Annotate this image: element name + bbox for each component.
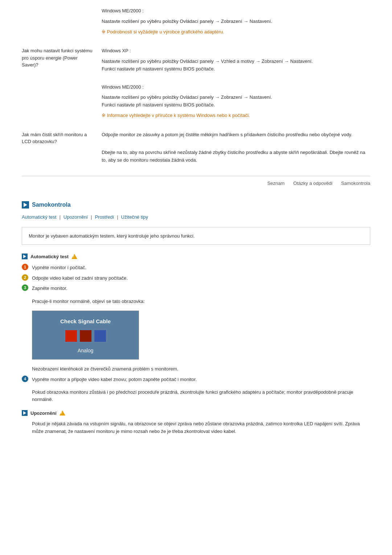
nav-seznam[interactable]: Seznam bbox=[267, 181, 285, 186]
nav-otazky[interactable]: Otázky a odpovědi bbox=[293, 181, 332, 186]
windows-me-header-top: Windows ME/2000 : bbox=[102, 7, 370, 15]
signal-cable-box: Check Signal Cable Analog bbox=[32, 311, 139, 360]
upozorneni-icon-inner bbox=[23, 411, 26, 415]
subnav-automaticky-test[interactable]: Automatický test bbox=[22, 214, 56, 220]
step-2: 2 Odpojte video kabel od zadní strany po… bbox=[22, 274, 370, 282]
automaticky-test-warning-icon bbox=[72, 254, 77, 259]
step4-subtext: Pokud obrazovka monitoru zůstává i po př… bbox=[32, 389, 370, 403]
nav-samokontrola[interactable]: Samokontrola bbox=[341, 181, 370, 186]
clean-text-2: Dbejte na to, aby na povrchu skříně nezů… bbox=[102, 149, 370, 164]
upozorneni-icon bbox=[22, 410, 28, 416]
info-box: Monitor je vybaven automatickým testem, … bbox=[22, 227, 370, 245]
step-1-number: 1 bbox=[22, 264, 28, 270]
section-play-icon-inner bbox=[24, 203, 27, 207]
automaticky-test-icon bbox=[22, 254, 28, 259]
xp-os-label: Windows XP : bbox=[102, 47, 370, 55]
nav-bar: Seznam Otázky a odpovědi Samokontrola bbox=[22, 176, 370, 190]
upozorneni-header: Upozornění bbox=[22, 410, 370, 416]
faq-question-power-saver: Jak mohu nastavit funkci systému pro úsp… bbox=[22, 47, 94, 122]
signal-squares bbox=[38, 330, 133, 342]
faq-answer-clean: Odpojte monitor ze zásuvky a potom jej č… bbox=[102, 131, 370, 167]
step4-note: Nezobrazení kteréhokoli ze čtverečků zna… bbox=[32, 365, 370, 373]
subnav-sep-2: | bbox=[91, 214, 92, 220]
signal-square-red bbox=[65, 330, 77, 342]
step-4-number: 4 bbox=[22, 376, 28, 382]
windows-me-text-top: Nastavte rozlišení po výběru položky Ovl… bbox=[102, 18, 370, 25]
me2000-os-label: Windows ME/2000 : bbox=[102, 84, 370, 91]
signal-analog-label: Analog bbox=[38, 348, 133, 353]
step-3-text: Zapněte monitor. bbox=[32, 284, 68, 292]
signal-square-blue bbox=[94, 330, 106, 342]
power-saver-note: ※ Informace vyhledejte v příručce k syst… bbox=[102, 112, 370, 119]
subnav-sep-3: | bbox=[117, 214, 118, 220]
upozorneni-warning-icon bbox=[60, 410, 65, 416]
upozorneni-label: Upozornění bbox=[30, 410, 57, 416]
upozorneni-section: Upozornění Pokud je nějaká závada na vst… bbox=[22, 410, 370, 436]
step-1: 1 Vypněte monitor i počítač. bbox=[22, 264, 370, 271]
step-2-text: Odpojte video kabel od zadní strany počí… bbox=[32, 274, 128, 282]
faq-question-empty bbox=[22, 7, 94, 39]
top-faq-block: Windows ME/2000 : Nastavte rozlišení po … bbox=[22, 7, 370, 167]
me2000-text: Nastavte rozlišení po výběru položky Ovl… bbox=[102, 94, 370, 109]
faq-row-clean: Jak mám čistit skříň monitoru a LCD obra… bbox=[22, 131, 370, 167]
step-3: 3 Zapněte monitor. bbox=[22, 284, 370, 292]
top-note: ※ Podrobnosti si vyžádejte u výrobce gra… bbox=[102, 28, 370, 36]
signal-square-darkred bbox=[80, 330, 91, 342]
clean-text-1: Odpojte monitor ze zásuvky a potom jej č… bbox=[102, 131, 370, 139]
info-box-text: Monitor je vybaven automatickým testem, … bbox=[29, 233, 195, 239]
subnav-prostredi[interactable]: Prostředí bbox=[95, 214, 114, 220]
xp-text: Nastavte rozlišení po výběru položky Ovl… bbox=[102, 58, 370, 73]
step-1-text: Vypněte monitor i počítač. bbox=[32, 264, 86, 271]
faq-answer-top: Windows ME/2000 : Nastavte rozlišení po … bbox=[102, 7, 370, 39]
step-2-number: 2 bbox=[22, 274, 28, 281]
upozorneni-content: Pokud je nějaká závada na vstupním signá… bbox=[32, 420, 370, 436]
step-4: 4 Vypněte monitor a připojte video kabel… bbox=[22, 376, 370, 383]
automaticky-test-header: Automatický test bbox=[22, 254, 370, 259]
faq-answer-power-saver: Windows XP : Nastavte rozlišení po výběr… bbox=[102, 47, 370, 122]
sub-navigation: Automatický test | Upozornění | Prostřed… bbox=[22, 214, 370, 220]
step4-intro: Pracuje-li monitor normálně, objeví se t… bbox=[32, 298, 370, 305]
steps-list: 1 Vypněte monitor i počítač. 2 Odpojte v… bbox=[22, 264, 370, 292]
faq-question-clean: Jak mám čistit skříň monitoru a LCD obra… bbox=[22, 131, 94, 167]
section-play-icon bbox=[22, 201, 29, 208]
step4-list: 4 Vypněte monitor a připojte video kabel… bbox=[22, 376, 370, 383]
step-4-text: Vypněte monitor a připojte video kabel z… bbox=[32, 376, 197, 383]
automaticky-test-label: Automatický test bbox=[30, 254, 69, 259]
top-faq-row: Windows ME/2000 : Nastavte rozlišení po … bbox=[22, 7, 370, 39]
signal-cable-title: Check Signal Cable bbox=[38, 318, 133, 324]
samokontrola-title: Samokontrola bbox=[32, 202, 71, 208]
samokontrola-header: Samokontrola bbox=[22, 201, 370, 208]
subnav-uzitecne-tipy[interactable]: Užitečné tipy bbox=[121, 214, 148, 220]
subnav-upozorneni[interactable]: Upozornění bbox=[64, 214, 88, 220]
faq-row-power-saver: Jak mohu nastavit funkci systému pro úsp… bbox=[22, 47, 370, 122]
automaticky-test-icon-inner bbox=[23, 255, 26, 258]
subnav-sep-1: | bbox=[59, 214, 60, 220]
step-3-number: 3 bbox=[22, 284, 28, 291]
